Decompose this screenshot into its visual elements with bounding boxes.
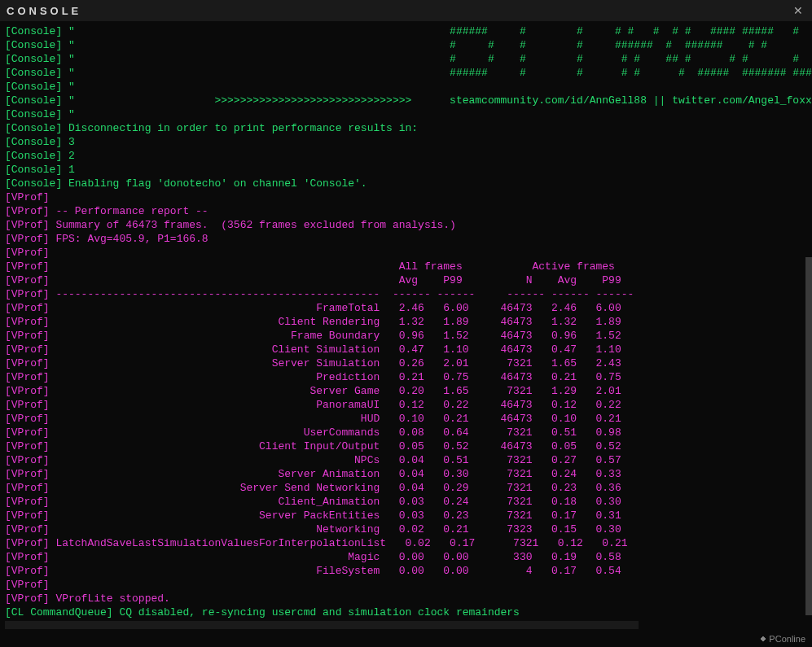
console-line: [VProf] Server Simulation 0.26 2.01 7321… bbox=[5, 356, 807, 370]
console-line: [VProf] Server PackEntities 0.03 0.23 73… bbox=[5, 509, 807, 522]
console-line: [VProf] All frames Active frames bbox=[5, 260, 807, 273]
console-line: [VProf] Client Rendering 1.32 1.89 46473… bbox=[5, 315, 807, 329]
console-line: [VProf] Avg P99 N Avg P99 bbox=[5, 273, 807, 287]
console-line: [VProf] HUD 0.10 0.21 46473 0.10 0.21 bbox=[5, 412, 807, 426]
console-input[interactable] bbox=[5, 621, 639, 629]
console-line: [VProf] bbox=[5, 190, 807, 204]
console-line: [Console] " # # # # # # ## # # # # bbox=[5, 52, 807, 66]
console-line: [Console] " bbox=[5, 80, 807, 94]
console-line: [Console] " ###### # # # # # ##### #####… bbox=[5, 66, 807, 80]
console-line: [VProf] UserCommands 0.08 0.64 7321 0.51… bbox=[5, 426, 807, 439]
console-line: [VProf] Server Send Networking 0.04 0.29… bbox=[5, 481, 807, 495]
console-line: [VProf] bbox=[5, 578, 807, 592]
console-line: [Console] Disconnecting in order to prin… bbox=[5, 121, 807, 135]
console-line: [Console] 2 bbox=[5, 149, 807, 163]
console-line: [VProf] Prediction 0.21 0.75 46473 0.21 … bbox=[5, 370, 807, 384]
console-line: [Console] Enabling flag 'donotecho' on c… bbox=[5, 177, 807, 190]
console-line: [Console] 1 bbox=[5, 163, 807, 177]
console-line: [Console] " bbox=[5, 107, 807, 121]
console-line: [VProf] NPCs 0.04 0.51 7321 0.27 0.57 bbox=[5, 453, 807, 467]
console-line: [VProf] Magic 0.00 0.00 330 0.19 0.58 bbox=[5, 550, 807, 564]
scrollbar[interactable] bbox=[805, 21, 812, 617]
console-line: [VProf] -- Performance report -- bbox=[5, 204, 807, 218]
console-line: [VProf] VProfLite stopped. bbox=[5, 592, 807, 605]
scrollbar-thumb[interactable] bbox=[805, 257, 812, 615]
titlebar: CONSOLE ✕ bbox=[0, 0, 812, 21]
console-line: [VProf] PanoramaUI 0.12 0.22 46473 0.12 … bbox=[5, 398, 807, 412]
console-line: [VProf] Networking 0.02 0.21 7323 0.15 0… bbox=[5, 522, 807, 536]
console-line: [VProf] Server Animation 0.04 0.30 7321 … bbox=[5, 467, 807, 481]
console-window: CONSOLE ✕ [Console] " ###### # # # # # #… bbox=[0, 0, 812, 647]
console-line: [VProf] FrameTotal 2.46 6.00 46473 2.46 … bbox=[5, 301, 807, 315]
watermark: PConline bbox=[759, 634, 805, 644]
console-line: [VProf] --------------------------------… bbox=[5, 287, 807, 301]
console-line: [VProf] LatchAndSaveLastSimulationValues… bbox=[5, 536, 807, 550]
console-line: [Console] 3 bbox=[5, 135, 807, 149]
console-line: [VProf] Client Input/Output 0.05 0.52 46… bbox=[5, 439, 807, 453]
console-line: [VProf] Frame Boundary 0.96 1.52 46473 0… bbox=[5, 329, 807, 343]
console-line: [VProf] Summary of 46473 frames. (3562 f… bbox=[5, 218, 807, 232]
console-line: [VProf] bbox=[5, 246, 807, 260]
console-line: [CL CommandQueue] CQ disabled, re-syncin… bbox=[5, 605, 807, 619]
close-icon[interactable]: ✕ bbox=[791, 3, 805, 18]
console-line: [Console] " # # # # ###### # ###### # # … bbox=[5, 38, 807, 52]
console-line: [Console] " ###### # # # # # # # #### ##… bbox=[5, 24, 807, 38]
window-title: CONSOLE bbox=[7, 5, 81, 17]
console-line: [Console] " >>>>>>>>>>>>>>>>>>>>>>>>>>>>… bbox=[5, 94, 807, 107]
console-line: [VProf] FPS: Avg=405.9, P1=166.8 bbox=[5, 232, 807, 246]
console-line: [VProf] Client_Animation 0.03 0.24 7321 … bbox=[5, 495, 807, 509]
console-line: [VProf] Client Simulation 0.47 1.10 4647… bbox=[5, 343, 807, 356]
console-line: [VProf] Server Game 0.20 1.65 7321 1.29 … bbox=[5, 384, 807, 398]
console-output[interactable]: [Console] " ###### # # # # # # # #### ##… bbox=[0, 21, 812, 620]
console-line: [VProf] FileSystem 0.00 0.00 4 0.17 0.54 bbox=[5, 564, 807, 578]
